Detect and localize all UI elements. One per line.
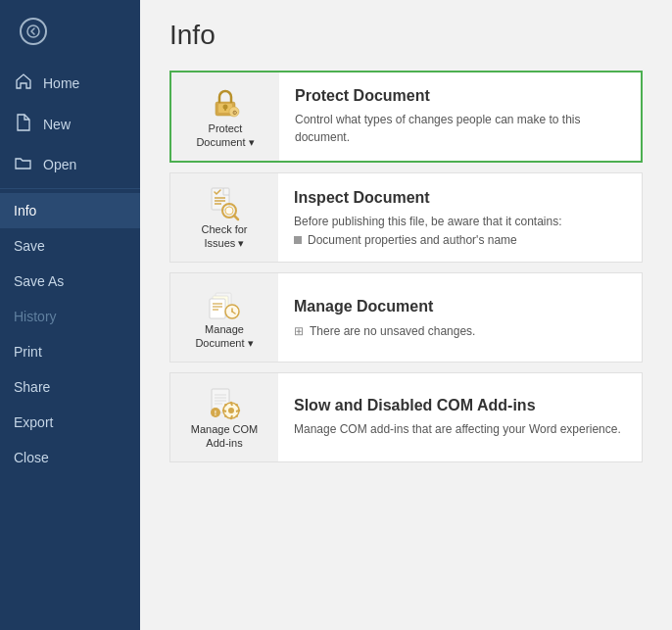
protect-document-card: ⚙ ProtectDocument ▾ Protect Document Con…	[169, 71, 643, 163]
svg-point-12	[225, 207, 233, 215]
sidebar-divider	[0, 188, 140, 189]
svg-rect-16	[210, 299, 225, 318]
com-addins-title: Slow and Disabled COM Add-ins	[294, 397, 621, 414]
sidebar-label-home: Home	[43, 75, 79, 91]
inspect-document-card: Check forIssues ▾ Inspect Document Befor…	[169, 172, 643, 263]
sidebar-item-save[interactable]: Save	[0, 228, 140, 264]
com-addins-desc: Manage COM add-ins that are affecting yo…	[294, 420, 621, 438]
inspect-document-desc: Before publishing this file, be aware th…	[294, 213, 562, 230]
svg-line-13	[234, 216, 238, 219]
bullet-icon	[294, 236, 302, 244]
sidebar-item-export[interactable]: Export	[0, 405, 140, 440]
check-issues-icon	[206, 185, 243, 222]
protect-document-button[interactable]: ⚙ ProtectDocument ▾	[171, 73, 279, 161]
sidebar-label-save: Save	[14, 238, 45, 254]
back-icon	[20, 18, 47, 45]
manage-document-status: ⊞ There are no unsaved changes.	[294, 324, 475, 338]
home-icon	[14, 73, 33, 94]
sidebar-item-close[interactable]: Close	[0, 440, 140, 475]
svg-rect-4	[224, 107, 226, 111]
svg-point-33	[238, 410, 240, 412]
manage-document-body: Manage Document ⊞ There are no unsaved c…	[278, 273, 491, 362]
manage-document-button[interactable]: ManageDocument ▾	[170, 273, 278, 362]
sidebar-item-history: History	[0, 299, 140, 334]
com-addins-label: Manage COMAdd-ins	[191, 422, 258, 451]
sidebar-label-save-as: Save As	[14, 273, 64, 289]
svg-point-34	[224, 404, 226, 406]
sidebar-label-export: Export	[14, 414, 53, 430]
svg-point-37	[224, 414, 226, 416]
main-header: Info	[140, 0, 672, 61]
sidebar-label-history: History	[14, 309, 57, 324]
inspect-document-item: Document properties and author's name	[294, 233, 562, 247]
protect-document-body: Protect Document Control what types of c…	[279, 73, 641, 161]
sidebar-item-open[interactable]: Open	[0, 145, 140, 184]
sidebar-nav: Home New Open Info Save	[0, 63, 140, 475]
check-issues-label: Check forIssues ▾	[201, 222, 247, 251]
sidebar-label-info: Info	[14, 203, 36, 218]
sidebar-item-save-as[interactable]: Save As	[0, 264, 140, 299]
svg-point-31	[230, 417, 232, 419]
svg-text:!: !	[215, 410, 216, 416]
manage-com-button[interactable]: ! Manage COMAdd-ins	[170, 373, 278, 461]
sidebar: Home New Open Info Save	[0, 0, 140, 630]
inspect-document-item-text: Document properties and author's name	[308, 233, 517, 247]
open-icon	[14, 155, 33, 174]
back-button[interactable]	[14, 12, 53, 51]
sidebar-item-print[interactable]: Print	[0, 334, 140, 369]
com-addins-card: ! Manage COMAdd-ins Slow and Disabled CO…	[169, 372, 643, 462]
manage-document-icon	[206, 285, 243, 322]
inspect-document-title: Inspect Document	[294, 189, 562, 207]
manage-document-label: ManageDocument ▾	[195, 322, 253, 351]
page-title: Info	[169, 20, 643, 51]
svg-point-30	[230, 402, 232, 404]
svg-point-35	[236, 414, 238, 416]
com-addins-icon: !	[206, 385, 243, 422]
sidebar-item-home[interactable]: Home	[0, 63, 140, 104]
svg-point-32	[222, 410, 224, 412]
protect-document-title: Protect Document	[295, 87, 625, 105]
svg-point-0	[27, 25, 39, 37]
manage-document-card: ManageDocument ▾ Manage Document ⊞ There…	[169, 272, 643, 363]
protect-document-desc: Control what types of changes people can…	[295, 111, 625, 146]
manage-document-desc: There are no unsaved changes.	[310, 324, 475, 338]
svg-text:⚙: ⚙	[232, 110, 237, 116]
sidebar-label-new: New	[43, 117, 71, 132]
sidebar-label-close: Close	[14, 450, 49, 465]
sidebar-item-new[interactable]: New	[0, 104, 140, 145]
svg-point-29	[228, 408, 234, 413]
protect-document-label: ProtectDocument ▾	[196, 121, 254, 150]
check-issues-button[interactable]: Check forIssues ▾	[170, 173, 278, 262]
cards-container: ⚙ ProtectDocument ▾ Protect Document Con…	[140, 61, 672, 482]
sidebar-item-share[interactable]: Share	[0, 369, 140, 405]
inspect-document-body: Inspect Document Before publishing this …	[278, 173, 578, 262]
no-unsaved-icon: ⊞	[294, 324, 304, 338]
main-content-area: Info ⚙ ProtectDocu	[140, 0, 672, 630]
sidebar-label-share: Share	[14, 379, 50, 395]
manage-document-title: Manage Document	[294, 298, 475, 315]
sidebar-label-open: Open	[43, 157, 76, 172]
svg-rect-7	[212, 188, 229, 210]
new-icon	[14, 114, 33, 135]
svg-point-36	[236, 404, 238, 406]
com-addins-body: Slow and Disabled COM Add-ins Manage COM…	[278, 373, 637, 461]
sidebar-label-print: Print	[14, 344, 42, 360]
protect-icon: ⚙	[207, 84, 244, 121]
sidebar-item-info[interactable]: Info	[0, 193, 140, 228]
